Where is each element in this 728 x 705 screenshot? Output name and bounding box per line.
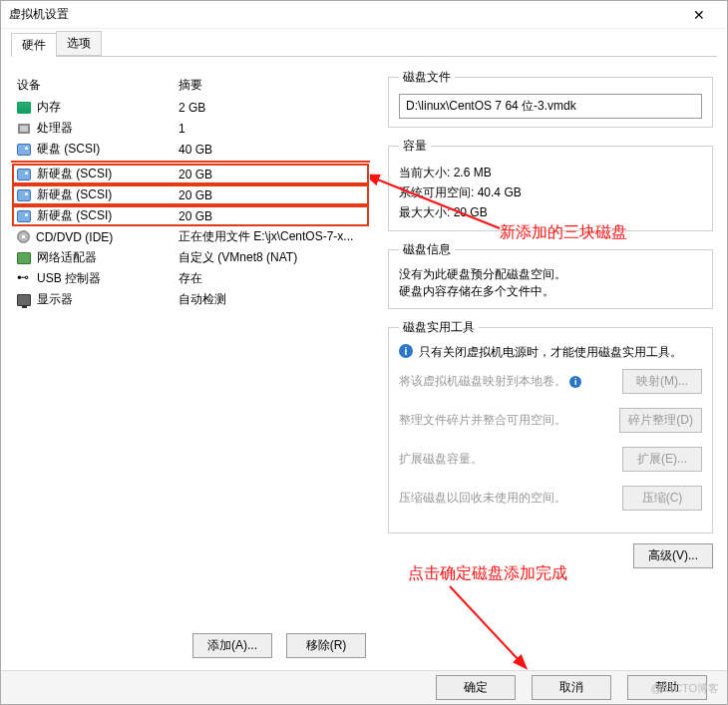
dev-cd: CD/DVD (IDE) — [36, 230, 113, 244]
memory-icon — [17, 102, 31, 114]
hard-disk-icon — [17, 169, 31, 180]
ok-button[interactable]: 确定 — [436, 675, 516, 700]
window-title: 虚拟机设置 — [9, 6, 679, 23]
info-icon: i — [399, 344, 413, 358]
content-area: 硬件 选项 设备 摘要 内存 2 GB 处理器 1 — [1, 29, 727, 670]
dev-hdd1: 新硬盘 (SCSI) — [37, 166, 112, 182]
disk-info-line2: 硬盘内容存储在多个文件中。 — [399, 283, 702, 300]
tab-hardware[interactable]: 硬件 — [11, 33, 57, 57]
free-space-val: 40.4 GB — [478, 185, 522, 199]
dev-memory: 内存 — [37, 99, 61, 116]
dev-hdd1-summary: 20 GB — [175, 165, 368, 183]
remove-button[interactable]: 移除(R) — [286, 633, 366, 658]
col-summary: 摘要 — [175, 75, 368, 96]
dev-net-summary: 自定义 (VMnet8 (NAT) — [175, 248, 368, 267]
capacity-legend: 容量 — [399, 138, 431, 155]
table-row[interactable]: USB 控制器 存在 — [13, 269, 368, 288]
current-size-val: 2.6 MB — [454, 166, 492, 179]
dev-cpu-summary: 1 — [175, 119, 368, 138]
dev-mon: 显示器 — [37, 291, 73, 308]
dev-usb-summary: 存在 — [175, 269, 368, 288]
details-panel: 磁盘文件 D:\linux\CentOS 7 64 位-3.vmdk 容量 当前… — [370, 59, 717, 664]
max-size-val: 20 GB — [454, 205, 488, 219]
help-button[interactable]: 帮助 — [627, 675, 707, 700]
hard-disk-icon — [17, 144, 31, 156]
expand-text: 扩展磁盘容量。 — [399, 451, 483, 468]
disk-file-legend: 磁盘文件 — [399, 69, 455, 86]
cd-icon — [17, 230, 30, 243]
dev-hdd2-summary: 20 GB — [175, 185, 368, 204]
dev-net: 网络适配器 — [37, 249, 97, 266]
expand-button: 扩展(E)... — [622, 447, 702, 472]
dev-memory-summary: 2 GB — [175, 98, 368, 117]
table-row[interactable]: CD/DVD (IDE) 正在使用文件 E:\jx\CentOS-7-x... — [13, 227, 368, 246]
dev-cd-summary: 正在使用文件 E:\jx\CentOS-7-x... — [175, 227, 368, 246]
defrag-text: 整理文件碎片并整合可用空间。 — [399, 412, 566, 429]
table-row[interactable]: 新硬盘 (SCSI) 20 GB — [13, 165, 368, 183]
disk-info-group: 磁盘信息 没有为此硬盘预分配磁盘空间。 硬盘内容存储在多个文件中。 — [388, 241, 713, 309]
hard-disk-icon — [17, 210, 31, 222]
dev-hdd3: 新硬盘 (SCSI) — [37, 207, 112, 224]
dev-cpu: 处理器 — [37, 120, 73, 137]
cpu-icon — [17, 123, 31, 135]
tab-options[interactable]: 选项 — [56, 31, 102, 56]
disk-file-path[interactable]: D:\linux\CentOS 7 64 位-3.vmdk — [399, 94, 702, 119]
advanced-button[interactable]: 高级(V)... — [633, 543, 713, 568]
max-size-label: 最大大小: — [399, 205, 450, 219]
dev-mon-summary: 自动检测 — [175, 290, 368, 309]
close-icon[interactable]: ✕ — [679, 7, 719, 23]
cancel-button[interactable]: 取消 — [532, 675, 611, 700]
info-icon[interactable]: i — [569, 376, 581, 388]
usb-icon — [17, 273, 31, 285]
defrag-button: 碎片整理(D) — [619, 408, 702, 433]
disk-info-legend: 磁盘信息 — [399, 241, 455, 258]
dev-hdd0-summary: 40 GB — [175, 140, 368, 159]
device-table: 设备 摘要 内存 2 GB 处理器 1 硬盘 (SCSI) 40 GB — [11, 73, 370, 311]
add-button[interactable]: 添加(A)... — [192, 633, 272, 658]
table-row[interactable]: 硬盘 (SCSI) 40 GB — [13, 140, 368, 159]
table-row[interactable]: 显示器 自动检测 — [13, 290, 368, 309]
capacity-group: 容量 当前大小: 2.6 MB 系统可用空间: 40.4 GB 最大大小: 20… — [388, 138, 713, 231]
table-row[interactable]: 网络适配器 自定义 (VMnet8 (NAT) — [13, 248, 368, 267]
dev-hdd2: 新硬盘 (SCSI) — [37, 186, 112, 203]
device-list-panel: 设备 摘要 内存 2 GB 处理器 1 硬盘 (SCSI) 40 GB — [11, 59, 370, 664]
redbox-top — [13, 161, 368, 163]
dev-hdd0: 硬盘 (SCSI) — [37, 141, 100, 158]
compact-button: 压缩(C) — [622, 486, 702, 511]
device-buttons: 添加(A)... 移除(R) — [192, 633, 366, 658]
dialog-footer: 确定 取消 帮助 — [1, 670, 727, 704]
vm-settings-window: 虚拟机设置 ✕ 硬件 选项 设备 摘要 内存 2 GB — [0, 0, 728, 705]
table-row[interactable]: 内存 2 GB — [13, 98, 368, 117]
table-row[interactable]: 处理器 1 — [13, 119, 368, 138]
map-button: 映射(M)... — [622, 369, 702, 394]
network-icon — [17, 252, 31, 264]
current-size-label: 当前大小: — [399, 166, 450, 179]
map-text: 将该虚拟机磁盘映射到本地卷。 i — [399, 373, 581, 390]
table-row[interactable]: 新硬盘 (SCSI) 20 GB — [13, 206, 368, 225]
tab-strip: 硬件 选项 — [11, 33, 717, 57]
disk-info-line1: 没有为此硬盘预分配磁盘空间。 — [399, 266, 702, 283]
free-space-label: 系统可用空间: — [399, 185, 474, 199]
hard-disk-icon — [17, 189, 31, 201]
compact-text: 压缩磁盘以回收未使用的空间。 — [399, 490, 566, 507]
col-device: 设备 — [13, 75, 173, 96]
display-icon — [17, 294, 31, 306]
dev-usb: USB 控制器 — [37, 270, 101, 287]
titlebar: 虚拟机设置 ✕ — [1, 1, 727, 29]
table-row[interactable]: 新硬盘 (SCSI) 20 GB — [13, 185, 368, 204]
disk-utils-note: 只有关闭虚拟机电源时，才能使用磁盘实用工具。 — [419, 344, 682, 361]
disk-file-group: 磁盘文件 D:\linux\CentOS 7 64 位-3.vmdk — [388, 69, 713, 128]
disk-utils-legend: 磁盘实用工具 — [399, 319, 479, 336]
dev-hdd3-summary: 20 GB — [175, 206, 368, 225]
disk-utils-group: 磁盘实用工具 i 只有关闭虚拟机电源时，才能使用磁盘实用工具。 将该虚拟机磁盘映… — [388, 319, 713, 533]
